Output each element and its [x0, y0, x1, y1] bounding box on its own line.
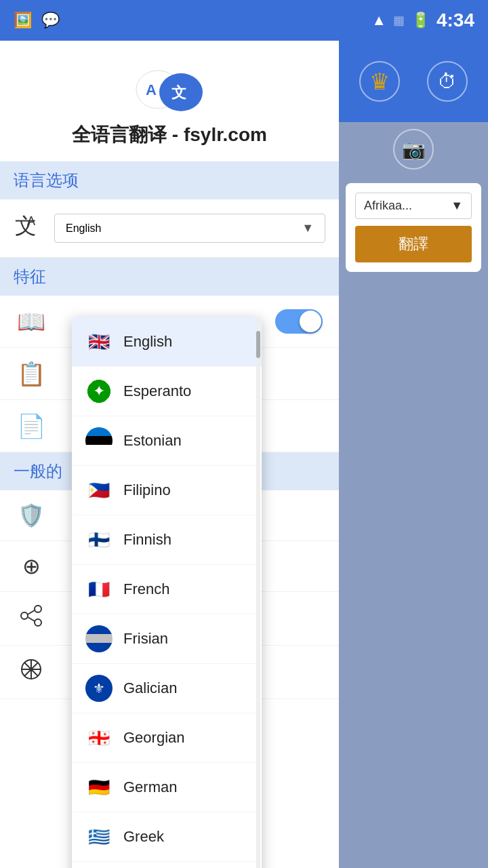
dropdown-item-frisian[interactable]: Frisian: [72, 614, 262, 664]
star-icon: [16, 658, 46, 686]
toggle-knob: [300, 311, 321, 332]
dropdown-item-gujarati[interactable]: 🇮🇳 Gujarati: [72, 862, 262, 868]
right-panel: ♛ ⏱ 📷 Afrikaa... ▼ 翻譯: [339, 41, 488, 868]
svg-text:文: 文: [171, 84, 186, 101]
crown-button[interactable]: ♛: [359, 61, 400, 102]
image-icon: 🖼️: [14, 12, 32, 29]
clipboard-icon: 📋: [16, 360, 46, 387]
dropdown-label-frisian: Frisian: [123, 630, 168, 648]
flag-english: 🇬🇧: [85, 328, 113, 355]
right-lang-label: Afrikaa...: [364, 199, 412, 213]
shield-icon: 🛡️: [16, 502, 46, 528]
status-time: 4:34: [436, 9, 474, 31]
share-icon: [16, 604, 46, 633]
section-features: 特征: [0, 258, 339, 296]
flag-filipino: 🇵🇭: [85, 477, 113, 504]
right-panel-top: ♛ ⏱: [339, 41, 488, 122]
dropdown-item-greek[interactable]: 🇬🇷 Greek: [72, 812, 262, 862]
status-bar-right: ▲ ▦ 🔋 4:34: [371, 9, 474, 31]
right-lang-selector[interactable]: Afrikaa... ▼: [355, 193, 472, 219]
scrollbar-thumb: [256, 331, 260, 358]
translation-box: Afrikaa... ▼ 翻譯: [346, 183, 481, 272]
crown-icon: ♛: [369, 68, 390, 95]
flag-georgian: 🇬🇪: [85, 724, 113, 751]
language-source-selector[interactable]: English ▼: [54, 214, 325, 243]
dropdown-label-georgian: Georgian: [123, 729, 185, 747]
camera-icon: 📷: [402, 138, 426, 161]
dropdown-item-galician[interactable]: ⚜ Galician: [72, 664, 262, 713]
dropdown-item-german[interactable]: 🇩🇪 German: [72, 763, 262, 812]
svg-text:A: A: [27, 214, 35, 228]
selected-language-label: English: [66, 222, 101, 235]
dropdown-label-french: French: [123, 580, 169, 598]
dropdown-item-estonian[interactable]: Estonian: [72, 416, 262, 466]
plus-circle-icon: ⊕: [16, 553, 46, 579]
dropdown-item-finnish[interactable]: 🇫🇮 Finnish: [72, 515, 262, 565]
status-bar-left: 🖼️ 💬: [14, 12, 60, 29]
svg-line-10: [28, 617, 35, 621]
dropdown-label-greek: Greek: [123, 828, 164, 846]
svg-point-8: [35, 619, 41, 626]
dropdown-item-esperanto[interactable]: ✦ Esperanto: [72, 367, 262, 416]
flag-french: 🇫🇷: [85, 576, 113, 603]
dropdown-item-english[interactable]: 🇬🇧 English: [72, 317, 262, 367]
language-row: 文 A English ▼: [0, 199, 339, 258]
flag-frisian: [85, 625, 113, 652]
svg-point-6: [35, 606, 41, 612]
dropdown-label-filipino: Filipino: [123, 481, 171, 499]
battery-icon: 🔋: [411, 12, 430, 29]
message-icon: 💬: [41, 12, 60, 29]
flag-galician: ⚜: [85, 675, 113, 702]
dropdown-item-georgian[interactable]: 🇬🇪 Georgian: [72, 713, 262, 763]
wifi-icon: ▲: [371, 12, 386, 29]
dropdown-item-filipino[interactable]: 🇵🇭 Filipino: [72, 466, 262, 515]
right-dropdown-arrow-icon: ▼: [451, 199, 463, 213]
document-icon: 📄: [16, 412, 46, 439]
section-language-options: 语言选项: [0, 161, 339, 199]
signal-icon: ▦: [393, 13, 405, 28]
dropdown-arrow-icon: ▼: [302, 221, 314, 235]
flag-finnish: 🇫🇮: [85, 526, 113, 553]
main-container: A 文 全语言翻译 - fsylr.com 语言选项 文 A English ▼: [0, 41, 488, 868]
flag-estonian: [85, 427, 113, 454]
left-panel: A 文 全语言翻译 - fsylr.com 语言选项 文 A English ▼: [0, 41, 339, 868]
dropdown-label-german: German: [123, 778, 177, 796]
dropdown-label-estonian: Estonian: [123, 432, 182, 450]
flag-german: 🇩🇪: [85, 774, 113, 801]
dropdown-label-english: English: [123, 333, 172, 351]
camera-button[interactable]: 📷: [393, 129, 434, 170]
svg-text:A: A: [146, 81, 157, 98]
app-header: A 文 全语言翻译 - fsylr.com: [0, 41, 339, 161]
status-bar: 🖼️ 💬 ▲ ▦ 🔋 4:34: [0, 0, 488, 41]
book-icon: 📖: [16, 308, 46, 335]
translate-icon: 文 A: [14, 210, 43, 246]
dropdown-label-finnish: Finnish: [123, 531, 171, 549]
translate-button[interactable]: 翻譯: [355, 226, 472, 262]
dropdown-item-french[interactable]: 🇫🇷 French: [72, 565, 262, 614]
dropdown-label-galician: Galician: [123, 679, 177, 697]
history-icon: ⏱: [438, 71, 457, 93]
dropdown-label-esperanto: Esperanto: [123, 382, 191, 400]
language-dropdown-list: 🇬🇧 English ✦ Esperanto Estonian 🇵🇭 Filip…: [72, 317, 262, 868]
app-title: 全语言翻译 - fsylr.com: [72, 122, 267, 148]
history-button[interactable]: ⏱: [427, 61, 468, 102]
flag-esperanto: ✦: [85, 378, 113, 405]
svg-line-9: [28, 610, 35, 614]
dropdown-scrollbar: [256, 317, 260, 868]
svg-point-7: [21, 612, 28, 619]
flag-greek: 🇬🇷: [85, 823, 113, 850]
app-logo: A 文: [132, 61, 207, 122]
toggle-book[interactable]: [275, 309, 323, 334]
